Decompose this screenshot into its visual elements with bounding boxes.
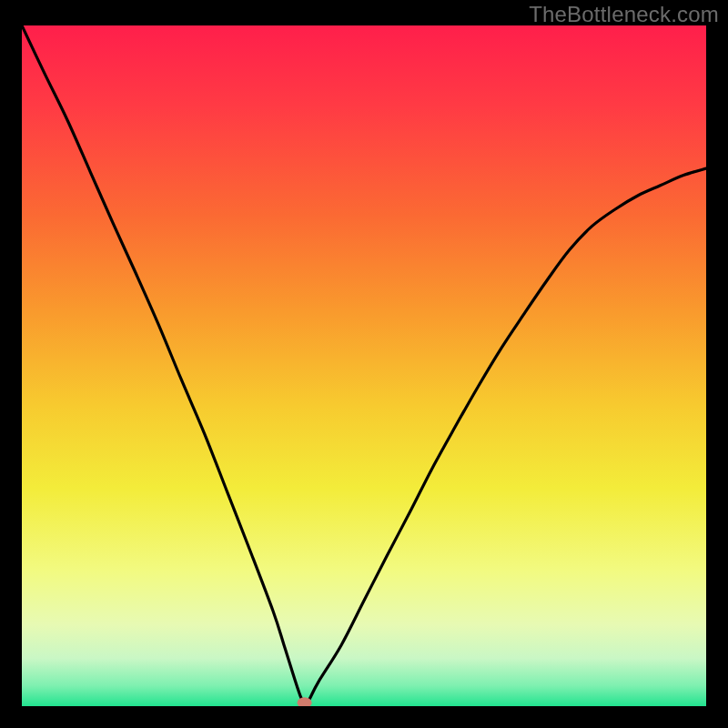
gradient-background [22, 25, 706, 706]
plot-area [22, 25, 706, 706]
chart-frame: TheBottleneck.com [0, 0, 728, 728]
watermark-text: TheBottleneck.com [529, 2, 719, 27]
chart-svg [22, 25, 706, 706]
